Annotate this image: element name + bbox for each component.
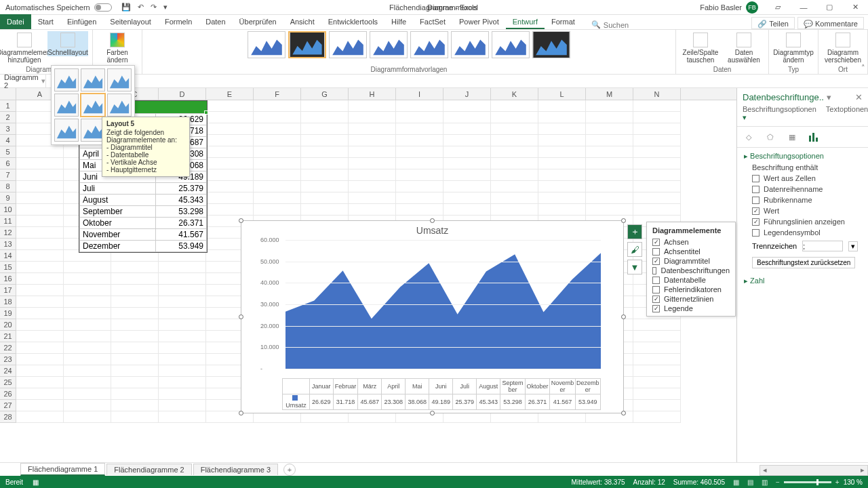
size-icon[interactable]: ▦: [786, 131, 798, 143]
row-header[interactable]: 22: [0, 342, 16, 354]
row-header[interactable]: 16: [0, 273, 16, 285]
chart-style-4[interactable]: [370, 31, 408, 58]
label-option[interactable]: Rubrikenname: [744, 195, 861, 205]
sheet-tab-3[interactable]: Flächendiagramme 3: [193, 464, 278, 475]
column-header[interactable]: D: [159, 88, 206, 100]
column-header[interactable]: N: [633, 88, 681, 100]
tab-ueberpruefen[interactable]: Überprüfen: [233, 14, 283, 29]
pane-tab-options[interactable]: Beschriftungsoptionen ▾: [743, 105, 816, 122]
effects-icon[interactable]: ⬠: [764, 131, 776, 143]
select-all[interactable]: [0, 88, 16, 100]
page-break-icon[interactable]: ▥: [762, 479, 768, 486]
label-options-icon[interactable]: [808, 131, 820, 143]
row-header[interactable]: 7: [0, 169, 16, 181]
row-header[interactable]: 25: [0, 377, 16, 388]
ribbon-display-icon[interactable]: ▱: [765, 0, 791, 15]
chart-elements-button[interactable]: ＋: [627, 224, 642, 239]
row-header[interactable]: 23: [0, 354, 16, 365]
tab-hilfe[interactable]: Hilfe: [384, 14, 413, 29]
name-box[interactable]: Diagramm 2▾: [0, 73, 46, 89]
row-header[interactable]: 27: [0, 400, 16, 411]
label-option[interactable]: Legendensymbol: [744, 227, 861, 238]
undo-icon[interactable]: ↶: [138, 3, 144, 12]
zoom-level[interactable]: 130 %: [844, 479, 863, 486]
chart-style-7[interactable]: [492, 31, 530, 58]
chart-style-5[interactable]: [410, 31, 448, 58]
search-box[interactable]: 🔍 Suchen: [591, 20, 629, 29]
column-header[interactable]: M: [586, 88, 633, 100]
tab-entwicklertools[interactable]: Entwicklertools: [321, 14, 384, 29]
chart-element-option[interactable]: ✓Gitternetzlinien: [647, 294, 735, 304]
chart-element-option[interactable]: Achsentitel: [647, 247, 735, 256]
resize-handle[interactable]: [239, 314, 243, 319]
horizontal-scrollbar[interactable]: ◂▸: [760, 465, 868, 476]
chart-title[interactable]: Umsatz: [241, 221, 623, 237]
row-header[interactable]: 5: [0, 146, 16, 158]
column-header[interactable]: H: [349, 88, 396, 100]
resize-handle[interactable]: [621, 218, 626, 223]
close-pane-icon[interactable]: ✕: [855, 92, 863, 102]
reset-label-button[interactable]: Beschriftungstext zurücksetzen: [752, 257, 855, 268]
macro-icon[interactable]: ▦: [33, 479, 39, 486]
chart-element-option[interactable]: Fehlerindikatoren: [647, 285, 735, 294]
row-header[interactable]: 9: [0, 192, 16, 204]
row-header[interactable]: 19: [0, 308, 16, 319]
autosave-toggle[interactable]: Automatisches Speichern: [5, 3, 112, 12]
column-header[interactable]: F: [254, 88, 301, 100]
resize-handle[interactable]: [239, 411, 243, 415]
plot-area[interactable]: 60.00050.00040.00030.00020.00010.000-: [262, 240, 601, 375]
chart-element-option[interactable]: ✓Diagrammtitel: [647, 256, 735, 266]
resize-handle[interactable]: [430, 218, 435, 223]
column-header[interactable]: K: [491, 88, 538, 100]
layout-option-4[interactable]: [54, 94, 79, 117]
add-sheet-button[interactable]: +: [283, 464, 296, 476]
row-header[interactable]: 28: [0, 411, 16, 423]
add-chart-element-button[interactable]: Diagrammelement hinzufügen: [4, 31, 45, 64]
chart-element-option[interactable]: ✓Achsen: [647, 237, 735, 247]
tab-factset[interactable]: FactSet: [413, 14, 452, 29]
row-header[interactable]: 12: [0, 227, 16, 239]
switch-row-column-button[interactable]: Zeile/Spalte tauschen: [680, 31, 721, 64]
layout-option-3[interactable]: [107, 68, 132, 92]
label-option[interactable]: Datenreihenname: [744, 184, 861, 195]
layout-option-5[interactable]: [81, 94, 105, 117]
layout-option-6[interactable]: [107, 94, 132, 117]
sheet-tab-2[interactable]: Flächendiagramme 2: [106, 464, 191, 475]
label-option[interactable]: Wert aus Zellen: [744, 173, 861, 184]
change-chart-type-button[interactable]: Diagrammtyp ändern: [773, 31, 814, 64]
row-header[interactable]: 14: [0, 250, 16, 262]
tab-datei[interactable]: Datei: [0, 14, 31, 29]
collapse-ribbon-icon[interactable]: ˄: [861, 64, 865, 73]
tab-formeln[interactable]: Formeln: [158, 14, 199, 29]
resize-handle[interactable]: [239, 218, 243, 223]
select-data-button[interactable]: Daten auswählen: [724, 31, 764, 64]
close-icon[interactable]: ✕: [842, 0, 868, 15]
row-header[interactable]: 15: [0, 262, 16, 273]
column-header[interactable]: E: [206, 88, 254, 100]
tab-ansicht[interactable]: Ansicht: [283, 14, 321, 29]
row-header[interactable]: 20: [0, 319, 16, 331]
chart-element-option[interactable]: ✓Legende: [647, 304, 735, 313]
section-zahl[interactable]: ▸ Zahl: [744, 277, 861, 285]
row-header[interactable]: 17: [0, 285, 16, 296]
row-header[interactable]: 24: [0, 365, 16, 377]
chart-filters-button[interactable]: ▼: [627, 260, 642, 274]
row-header[interactable]: 18: [0, 296, 16, 308]
pane-menu-icon[interactable]: ▾: [827, 92, 831, 102]
section-header[interactable]: ▸ Beschriftungsoptionen: [744, 152, 861, 161]
row-header[interactable]: 26: [0, 388, 16, 400]
row-header[interactable]: 4: [0, 135, 16, 146]
row-header[interactable]: 10: [0, 204, 16, 216]
row-header[interactable]: 2: [0, 112, 16, 123]
chart-element-option[interactable]: Datenbeschriftungen: [647, 266, 735, 275]
fill-handle[interactable]: [204, 110, 208, 115]
chart-object[interactable]: Umsatz 60.00050.00040.00030.00020.00010.…: [241, 220, 624, 413]
column-header[interactable]: I: [396, 88, 443, 100]
layout-option-1[interactable]: [54, 68, 79, 92]
tab-start[interactable]: Start: [31, 14, 60, 29]
fill-icon[interactable]: ◇: [743, 131, 755, 143]
sheet-tab-1[interactable]: Flächendiagramme 1: [20, 463, 105, 476]
row-header[interactable]: 1: [0, 100, 16, 112]
row-header[interactable]: 13: [0, 239, 16, 250]
dropdown-icon[interactable]: ▾: [848, 241, 858, 251]
